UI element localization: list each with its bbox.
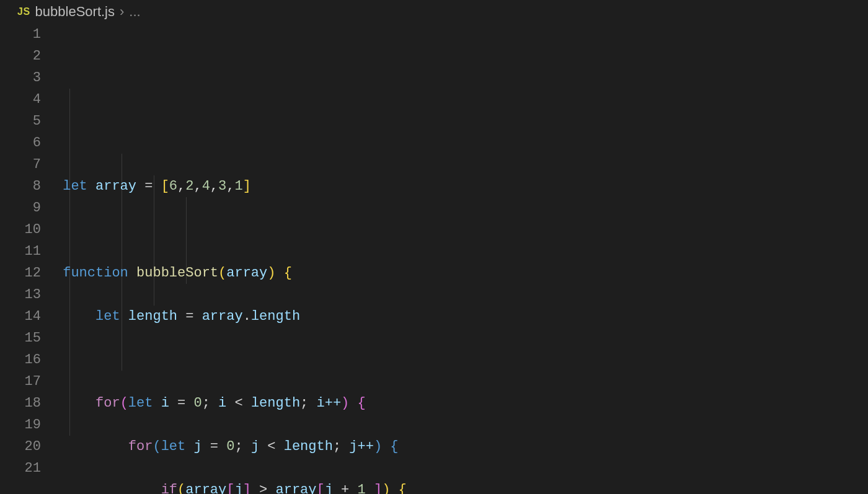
code-line: function bubbleSort(array) { [55,262,464,284]
line-number: 8 [0,175,41,197]
breadcrumb[interactable]: JS bubbleSort.js › ... [0,0,868,24]
line-number: 2 [0,45,41,67]
code-line: for(let j = 0; j < length; j++) { [55,436,464,457]
breadcrumb-rest[interactable]: ... [129,4,140,20]
line-number: 16 [0,349,41,371]
code-line: if(array[j] > array[j + 1 ]) { [55,479,464,494]
code-line [55,219,464,240]
line-number: 1 [0,24,41,45]
line-number: 18 [0,392,41,414]
line-number: 19 [0,414,41,436]
code-line: let length = array.length [55,306,464,327]
line-number: 12 [0,262,41,284]
line-number: 14 [0,306,41,327]
line-number: 15 [0,327,41,349]
line-number: 11 [0,240,41,262]
code-content[interactable]: let array = [6,2,4,3,1] function bubbleS… [55,24,464,494]
code-line: for(let i = 0; i < length; i++) { [55,392,464,414]
line-number: 7 [0,154,41,175]
line-number: 20 [0,436,41,457]
line-number: 4 [0,89,41,110]
line-number: 10 [0,219,41,240]
file-js-icon: JS [17,6,30,17]
code-editor[interactable]: 1 2 3 4 5 6 7 8 9 10 11 12 13 14 15 16 1… [0,24,868,494]
line-number: 6 [0,132,41,154]
code-line [55,349,464,371]
line-number: 9 [0,197,41,219]
line-number: 13 [0,284,41,306]
line-number: 21 [0,457,41,479]
chevron-right-icon: › [120,4,124,20]
code-line: let array = [6,2,4,3,1] [55,175,464,197]
line-number: 3 [0,67,41,89]
line-number: 5 [0,110,41,132]
breadcrumb-filename[interactable]: bubbleSort.js [35,4,115,20]
line-number-gutter: 1 2 3 4 5 6 7 8 9 10 11 12 13 14 15 16 1… [0,24,55,494]
line-number: 17 [0,371,41,392]
